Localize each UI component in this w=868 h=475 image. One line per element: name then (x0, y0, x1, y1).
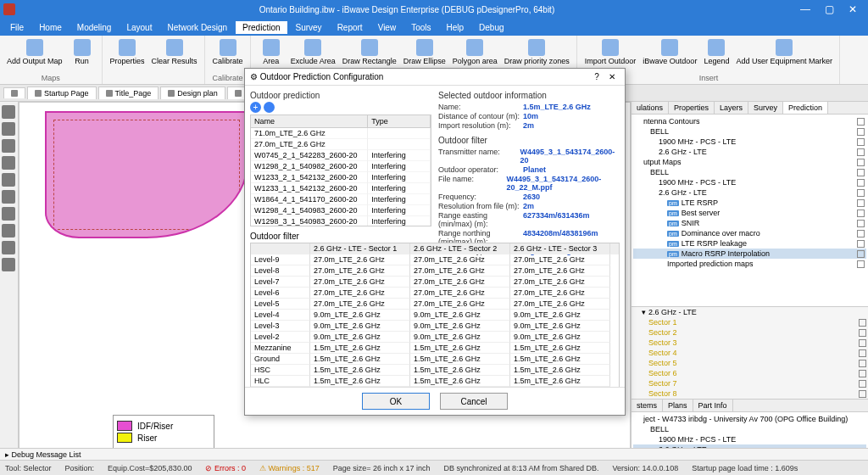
prediction-row[interactable]: W1233_1_1_542132_2600-20Interfering (251, 183, 431, 194)
ribbon-properties[interactable]: Properties (108, 37, 147, 67)
tree-26ghz-header[interactable]: ▾ 2.6 GHz - LTE (632, 307, 868, 317)
home-tab-icon[interactable] (3, 87, 25, 98)
filter-grid-row[interactable]: Level-39.0m_LTE_2.6 GHz9.0m_LTE_2.6 GHz9… (251, 321, 619, 332)
ribbon-run[interactable]: Run (68, 37, 97, 67)
cancel-button[interactable]: Cancel (440, 393, 508, 410)
sector-node[interactable]: Sector 6 (632, 368, 868, 378)
filter-grid-row[interactable]: Level-727.0m_LTE_2.6 GHz27.0m_LTE_2.6 GH… (251, 277, 619, 288)
ribbon-calibrate[interactable]: Calibrate (211, 37, 245, 67)
ribbon-draw-rectangle[interactable]: Draw Rectangle (341, 37, 398, 67)
filter-grid-row[interactable]: HSC1.5m_LTE_2.6 GHz1.5m_LTE_2.6 GHz1.5m_… (251, 365, 619, 376)
tree-node[interactable]: 2.6 GHz - LTE (633, 147, 866, 157)
doc-tab-design-plan[interactable]: Design plan (160, 87, 225, 99)
menu-debug[interactable]: Debug (472, 21, 510, 34)
filter-grid-row[interactable]: Level-527.0m_LTE_2.6 GHz27.0m_LTE_2.6 GH… (251, 299, 619, 310)
doc-tab-startup-page[interactable]: Startup Page (27, 87, 97, 99)
filter-grid-row[interactable]: Ground1.5m_LTE_2.6 GHz1.5m_LTE_2.6 GHz1.… (251, 354, 619, 365)
grid-icon[interactable] (2, 241, 15, 254)
ribbon-legend[interactable]: Legend (702, 37, 731, 67)
filter-grid-row[interactable]: Mezzanine1.5m_LTE_2.6 GHz1.5m_LTE_2.6 GH… (251, 343, 619, 354)
ribbon-add-output-map[interactable]: Add Output Map (5, 37, 64, 67)
tree-node[interactable]: utput Maps (633, 157, 866, 167)
systems-tab[interactable]: Part Info (693, 400, 733, 411)
dialog-close-button[interactable]: ✕ (604, 72, 620, 81)
tree-node[interactable]: 2.6 GHz - LTE (633, 187, 866, 198)
tree-node[interactable]: pmSNIR (633, 218, 866, 228)
tree-node[interactable]: BELL (633, 126, 866, 137)
ribbon-area[interactable]: Area (257, 37, 286, 67)
ribbon-add-user-equipment-marker[interactable]: Add User Equipment Marker (734, 37, 834, 67)
text-icon[interactable] (2, 258, 15, 271)
prediction-row[interactable]: W1233_2_1_542132_2600-20Interfering (251, 172, 431, 183)
tree-node[interactable]: ntenna Contours (633, 116, 866, 126)
menu-prediction[interactable]: Prediction (236, 21, 287, 34)
filter-grid-row[interactable]: Level-49.0m_LTE_2.6 GHz9.0m_LTE_2.6 GHz9… (251, 310, 619, 321)
layers-icon[interactable] (2, 207, 15, 221)
menu-help[interactable]: Help (440, 21, 471, 34)
tree-node[interactable]: pmDominance over macro (633, 228, 866, 238)
prediction-grid[interactable]: 71.0m_LTE_2.6 GHz27.0m_LTE_2.6 GHzW0745_… (250, 128, 431, 226)
wave-icon[interactable] (2, 156, 15, 170)
prediction-row[interactable]: W1298_2_1_540982_2600-20Interfering (251, 161, 431, 172)
filter-grid-row[interactable]: HLC1.5m_LTE_2.6 GHz1.5m_LTE_2.6 GHz1.5m_… (251, 376, 619, 387)
sector-node[interactable]: Sector 4 (632, 348, 868, 358)
menu-survey[interactable]: Survey (289, 21, 329, 34)
menu-modeling[interactable]: Modeling (70, 21, 119, 34)
menu-tools[interactable]: Tools (404, 21, 437, 34)
panel-tab-survey[interactable]: Survey (748, 102, 783, 114)
ribbon-clear-results[interactable]: Clear Results (150, 37, 199, 67)
close-button[interactable]: ✕ (841, 3, 865, 15)
menu-network-design[interactable]: Network Design (160, 21, 234, 34)
ribbon-exclude-area[interactable]: Exclude Area (289, 37, 337, 67)
tree-node[interactable]: 1900 MHz - PCS - LTE (633, 137, 866, 147)
tree-node[interactable]: BELL (633, 167, 866, 177)
remove-button[interactable] (264, 102, 275, 113)
menu-report[interactable]: Report (331, 21, 370, 34)
dialog-titlebar[interactable]: ⚙ Outdoor Prediction Configuration ? ✕ (245, 69, 625, 86)
panel-tab-properties[interactable]: Properties (669, 102, 715, 114)
maximize-button[interactable]: ▢ (817, 3, 841, 15)
tree-node[interactable]: pmMacro RSRP Interpolation (633, 249, 866, 259)
sector-node[interactable]: Sector 5 (632, 358, 868, 368)
expand-icon[interactable]: ▸ (5, 450, 9, 459)
menu-layout[interactable]: Layout (120, 21, 159, 34)
menu-file[interactable]: File (3, 21, 31, 34)
prediction-row[interactable]: W1864_4_1_541170_2600-20Interfering (251, 194, 431, 205)
filter-grid[interactable]: 2.6 GHz - LTE - Sector 12.6 GHz - LTE - … (250, 243, 620, 387)
prediction-row[interactable]: W0745_2_1_542283_2600-20Interfering (251, 150, 431, 161)
menu-view[interactable]: View (371, 21, 403, 34)
prediction-row[interactable]: W1298_4_1_540983_2600-20Interfering (251, 205, 431, 216)
sector-node[interactable]: Sector 1 (632, 317, 868, 327)
antenna-icon[interactable] (2, 139, 15, 153)
tree-node[interactable]: pmLTE RSRP (633, 198, 866, 208)
filter-grid-row[interactable]: Level-29.0m_LTE_2.6 GHz9.0m_LTE_2.6 GHz9… (251, 332, 619, 343)
sector-node[interactable]: Sector 8 (632, 388, 868, 399)
sector-node[interactable]: Sector 7 (632, 378, 868, 388)
tree-node[interactable]: Imported prediction maps (633, 259, 866, 269)
doc-tab-title-page[interactable]: Title_Page (98, 87, 159, 99)
filter-grid-row[interactable]: Level-827.0m_LTE_2.6 GHz27.0m_LTE_2.6 GH… (251, 265, 619, 277)
add-button[interactable]: + (250, 102, 261, 113)
systems-node[interactable]: BELL (633, 424, 866, 434)
minimize-button[interactable]: — (793, 3, 817, 15)
ribbon-polygon-area[interactable]: Polygon area (451, 37, 499, 67)
tree-node[interactable]: 1900 MHz - PCS - LTE (633, 177, 866, 187)
box-icon[interactable] (2, 190, 15, 204)
radio-icon[interactable] (2, 224, 15, 238)
tree-node[interactable]: pmBest server (633, 208, 866, 218)
panel-tab-ulations[interactable]: ulations (632, 102, 669, 114)
menu-home[interactable]: Home (32, 21, 69, 34)
sector-node[interactable]: Sector 3 (632, 338, 868, 348)
prediction-row[interactable]: W1298_3_1_540983_2600-20Interfering (251, 216, 431, 226)
systems-tab[interactable]: Plans (663, 400, 693, 411)
filter-grid-row[interactable]: Level-627.0m_LTE_2.6 GHz27.0m_LTE_2.6 GH… (251, 288, 619, 299)
ok-button[interactable]: OK (362, 393, 430, 410)
systems-node[interactable]: ject - W4733 iribdg - University Av 700 … (633, 414, 866, 424)
tree-node[interactable]: pmLTE RSRP leakage (633, 238, 866, 249)
panel-tab-layers[interactable]: Layers (715, 102, 748, 114)
star-icon[interactable] (2, 122, 15, 136)
sector-node[interactable]: Sector 2 (632, 327, 868, 338)
ribbon-import-outdoor[interactable]: Import Outdoor (583, 37, 638, 67)
prediction-tree[interactable]: ntenna ContoursBELL1900 MHz - PCS - LTE2… (632, 115, 868, 306)
tower-icon[interactable] (2, 173, 15, 187)
